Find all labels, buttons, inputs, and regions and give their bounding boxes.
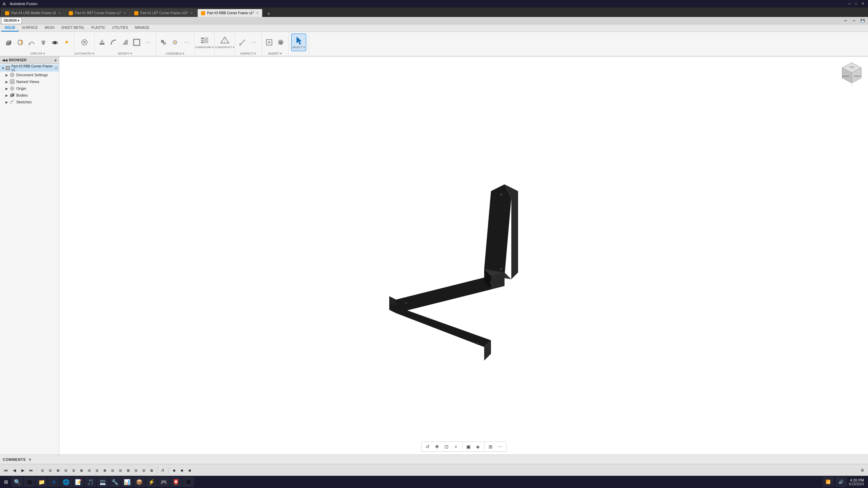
origin-expand[interactable]: ▶ [5, 87, 9, 90]
start-btn[interactable]: ⊞ [1, 479, 11, 485]
orbit-btn[interactable]: ↺ [423, 443, 432, 451]
tree-root[interactable]: ▼ Part #3 RBB Corner Frame v1 ✏ [0, 65, 59, 72]
taskbar-app12-btn[interactable]: 📮 [170, 477, 182, 487]
extrude-btn[interactable] [3, 37, 14, 48]
play-btn[interactable]: ▶ [19, 467, 26, 474]
taskbar-app10-btn[interactable]: ⚡ [146, 477, 157, 487]
tl-btn-7[interactable]: ▤ [85, 467, 93, 474]
browser-expand-icon[interactable]: ◀◀ [2, 58, 7, 62]
save-btn[interactable]: 💾 [859, 17, 867, 24]
close-btn[interactable]: ✕ [861, 1, 865, 6]
configure-btn[interactable]: CONFIGURE ▾ [197, 34, 212, 51]
viewport[interactable]: TOP FRONT RIGHT ⌂ ↺ ✥ ⊡ + ▣ ◈ ⊞ ⋯ [59, 57, 868, 454]
modify-more-btn[interactable]: ⋯ [143, 37, 154, 48]
tl-btn-8[interactable]: ▥ [93, 467, 101, 474]
tl-btn-3[interactable]: ▦ [54, 467, 62, 474]
select-btn[interactable]: SELECT ▾ [291, 34, 306, 51]
tree-doc-settings[interactable]: ▶ Document Settings [0, 72, 59, 78]
annotation-text-btn[interactable]: A [159, 467, 166, 474]
bodies-expand[interactable]: ▶ [5, 94, 9, 97]
tl-btn-15[interactable]: ▦ [148, 467, 155, 474]
revolve-btn[interactable] [15, 37, 26, 48]
tl-btn-11[interactable]: ▥ [117, 467, 124, 474]
pan-btn[interactable]: ✥ [433, 443, 441, 451]
sketches-expand[interactable]: ▶ [5, 100, 9, 104]
automate-btn[interactable] [79, 37, 90, 48]
tab-mesh[interactable]: MESH [41, 25, 58, 32]
loft-btn[interactable] [38, 37, 49, 48]
browser-add-btn[interactable]: + [54, 58, 57, 63]
settings-btn[interactable]: ⚙ [859, 467, 866, 474]
step-forward-btn[interactable]: ⏭ [27, 467, 35, 474]
tl-btn-5[interactable]: ▥ [70, 467, 77, 474]
insert-mcmaster-btn[interactable]: M [275, 37, 286, 48]
tl-btn-10[interactable]: ▤ [109, 467, 116, 474]
grid-btn[interactable]: ⊞ [487, 443, 495, 451]
tab-surface[interactable]: SURFACE [19, 25, 41, 32]
taskbar-app13-btn[interactable]: 🖥 [182, 477, 194, 487]
tab-manage[interactable]: MANAGE [132, 25, 153, 32]
display-mode-btn[interactable]: ▣ [465, 443, 473, 451]
tl-btn-13[interactable]: ▤ [132, 467, 140, 474]
taskbar-explorer-btn[interactable]: 📁 [36, 477, 47, 487]
tab-sheet-metal[interactable]: SHEET METAL [58, 25, 88, 32]
tree-origin[interactable]: ▶ Origin [0, 85, 59, 92]
sweep-btn[interactable] [26, 37, 37, 48]
tab-4[interactable]: Part #3 RBB Corner Frame v1* ✕ [197, 9, 262, 17]
construct-btn[interactable]: CONSTRUCT ▾ [217, 34, 232, 51]
zoom-in-btn[interactable]: + [452, 443, 460, 451]
tl-btn-1[interactable]: ▤ [39, 467, 46, 474]
tab-close-2[interactable]: ✕ [123, 11, 126, 15]
taskbar-chrome-btn[interactable]: 🌐 [60, 477, 72, 487]
comments-add-btn[interactable]: + [28, 457, 32, 462]
tl-btn-14[interactable]: ▥ [140, 467, 147, 474]
insert-derive-btn[interactable] [264, 37, 275, 48]
tl-item-2[interactable]: ◼ [178, 467, 185, 474]
doc-settings-expand[interactable]: ▶ [5, 73, 9, 77]
network-icon[interactable]: 📶 [823, 477, 834, 487]
taskbar-app6-btn[interactable]: 💻 [97, 477, 108, 487]
press-pull-btn[interactable] [97, 37, 107, 48]
effects-btn[interactable]: ◈ [474, 443, 482, 451]
tl-btn-12[interactable]: ▦ [124, 467, 132, 474]
redo-btn[interactable]: ↪ [850, 17, 857, 24]
tl-item-1[interactable]: ◼ [170, 467, 178, 474]
tab-close-1[interactable]: ✕ [58, 11, 61, 15]
inspect-more-btn[interactable]: ⋯ [249, 37, 259, 48]
named-views-expand[interactable]: ▶ [5, 80, 9, 84]
tl-btn-9[interactable]: ▦ [101, 467, 108, 474]
maximize-btn[interactable]: □ [854, 1, 859, 6]
undo-btn[interactable]: ↩ [842, 17, 849, 24]
shell-btn[interactable] [131, 37, 142, 48]
prev-btn[interactable]: ◀ [11, 467, 18, 474]
tab-3[interactable]: Part #1 LBT Corner Frame v10* ✕ [131, 9, 197, 17]
design-workspace-btn[interactable]: DESIGN ▾ [1, 17, 22, 24]
tab-1[interactable]: Part #4 LRB Middle Frame v3 ✕ [1, 9, 64, 17]
root-expand-arrow[interactable]: ▼ [1, 66, 5, 70]
volume-icon[interactable]: 🔊 [835, 477, 847, 487]
create-more-btn[interactable]: ✦ [61, 37, 72, 48]
more-vp-btn[interactable]: ⋯ [496, 443, 504, 451]
tab-utilities[interactable]: UTILITIES [109, 25, 132, 32]
tl-btn-4[interactable]: ▤ [62, 467, 70, 474]
tab-plastic[interactable]: PLASTIC [88, 25, 109, 32]
fillet-btn[interactable] [108, 37, 119, 48]
taskbar-taskview-btn[interactable]: ⊞ [24, 477, 35, 487]
minimize-btn[interactable]: — [847, 1, 852, 6]
tl-btn-2[interactable]: ▥ [46, 467, 54, 474]
fit-btn[interactable]: ⊡ [442, 443, 451, 451]
new-tab-btn[interactable]: + [264, 11, 273, 17]
taskbar-app8-btn[interactable]: 📊 [121, 477, 133, 487]
step-back-btn[interactable]: ⏮ [2, 467, 9, 474]
taskbar-edge-btn[interactable]: e [48, 477, 60, 487]
taskbar-app9-btn[interactable]: 📦 [134, 477, 145, 487]
taskbar-app7-btn[interactable]: 🔧 [109, 477, 121, 487]
tab-close-3[interactable]: ✕ [190, 11, 193, 15]
tree-sketches[interactable]: ▶ Sketches [0, 99, 59, 105]
tree-bodies[interactable]: ▶ Bodies [0, 92, 59, 99]
tab-close-4[interactable]: ✕ [256, 11, 259, 15]
taskbar-notepad-btn[interactable]: 📝 [73, 477, 84, 487]
joint-btn[interactable] [170, 37, 180, 48]
view-cube[interactable]: TOP FRONT RIGHT ⌂ [838, 59, 865, 86]
taskbar-search-btn[interactable]: 🔍 [12, 477, 23, 487]
